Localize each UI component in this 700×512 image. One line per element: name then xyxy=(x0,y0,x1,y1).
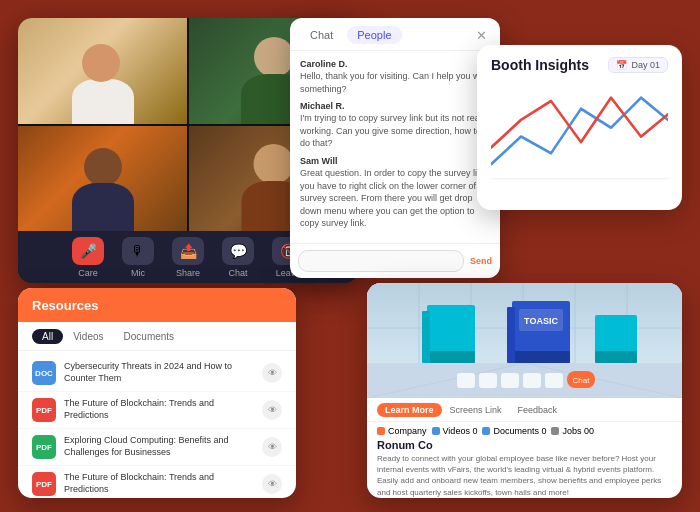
booth-info: Company Videos 0 Documents 0 Jobs 00 Ron… xyxy=(367,422,682,498)
filter-all[interactable]: All xyxy=(32,329,63,344)
resource-icon-4: PDF xyxy=(32,472,56,496)
video-cell-3 xyxy=(18,126,187,232)
chip-dot-docs xyxy=(482,427,490,435)
filter-videos[interactable]: Videos xyxy=(63,329,113,344)
chip-label-videos: Videos 0 xyxy=(443,426,478,436)
svg-rect-25 xyxy=(545,373,563,388)
tab-screens-link[interactable]: Screens Link xyxy=(442,403,510,417)
resources-list: DOC Cybersecurity Threats in 2024 and Ho… xyxy=(18,351,296,498)
svg-rect-15 xyxy=(512,351,570,363)
care-button[interactable]: 🎤 Care xyxy=(72,237,104,278)
chat-label: Chat xyxy=(228,268,247,278)
resource-icon-3: PDF xyxy=(32,435,56,459)
resource-item-1[interactable]: DOC Cybersecurity Threats in 2024 and Ho… xyxy=(18,355,296,392)
chat-panel: Chat People ✕ Caroline D. Hello, thank y… xyxy=(290,18,500,278)
day-label: Day 01 xyxy=(631,60,660,70)
svg-rect-16 xyxy=(507,307,515,363)
insights-title: Booth Insights xyxy=(491,57,589,73)
msg-name-1: Caroline D. xyxy=(300,59,490,69)
insights-header: Booth Insights 📅 Day 01 xyxy=(491,57,668,73)
mic-button[interactable]: 🎙 Mic xyxy=(122,237,154,278)
booth-panel: TOASIC Chat Learn More Screens Link Feed… xyxy=(367,283,682,498)
resource-eye-4[interactable]: 👁 xyxy=(262,474,282,494)
resources-header: Resources xyxy=(18,288,296,322)
resource-icon-2: PDF xyxy=(32,398,56,422)
booth-company-name: Ronum Co xyxy=(377,439,672,451)
booth-visual: TOASIC Chat xyxy=(367,283,682,398)
chat-footer: Send xyxy=(290,243,500,278)
chip-dot-videos xyxy=(432,427,440,435)
tab-people[interactable]: People xyxy=(347,26,401,44)
share-button[interactable]: 📤 Share xyxy=(172,237,204,278)
chat-messages: Caroline D. Hello, thank you for visitin… xyxy=(290,51,500,243)
tab-feedback[interactable]: Feedback xyxy=(510,403,566,417)
msg-text-2: I'm trying to to copy survey link but it… xyxy=(300,112,490,150)
close-button[interactable]: ✕ xyxy=(472,26,490,44)
booth-stands-svg: TOASIC Chat xyxy=(367,283,682,398)
day-badge: 📅 Day 01 xyxy=(608,57,668,73)
chat-message-2: Michael R. I'm trying to to copy survey … xyxy=(300,101,490,150)
chat-tabs: Chat People xyxy=(300,26,402,44)
svg-rect-13 xyxy=(422,311,430,363)
video-cell-1 xyxy=(18,18,187,124)
send-button[interactable]: Send xyxy=(470,256,492,266)
resources-title: Resources xyxy=(32,298,98,313)
resource-text-4: The Future of Blockchain: Trends and Pre… xyxy=(64,472,254,495)
filter-documents[interactable]: Documents xyxy=(114,329,185,344)
chip-label-jobs: Jobs 00 xyxy=(562,426,594,436)
resource-eye-2[interactable]: 👁 xyxy=(262,400,282,420)
svg-rect-24 xyxy=(523,373,541,388)
chip-jobs: Jobs 00 xyxy=(551,426,594,436)
resource-item-2[interactable]: PDF The Future of Blockchain: Trends and… xyxy=(18,392,296,429)
calendar-icon: 📅 xyxy=(616,60,627,70)
svg-rect-23 xyxy=(501,373,519,388)
tab-chat[interactable]: Chat xyxy=(300,26,343,44)
chip-dot-company xyxy=(377,427,385,435)
chat-icon: 💬 xyxy=(222,237,254,265)
svg-rect-21 xyxy=(457,373,475,388)
chat-input[interactable] xyxy=(298,250,464,272)
msg-text-3: Great question. In order to copy the sur… xyxy=(300,167,490,230)
booth-description: Ready to connect with your global employ… xyxy=(377,453,672,498)
care-icon: 🎤 xyxy=(72,237,104,265)
chip-documents: Documents 0 xyxy=(482,426,546,436)
resource-item-4[interactable]: PDF The Future of Blockchain: Trends and… xyxy=(18,466,296,498)
svg-rect-12 xyxy=(427,351,475,363)
resource-icon-1: DOC xyxy=(32,361,56,385)
resource-text-1: Cybersecurity Threats in 2024 and How to… xyxy=(64,361,254,384)
booth-insights-panel: Booth Insights 📅 Day 01 xyxy=(477,45,682,210)
mic-icon: 🎙 xyxy=(122,237,154,265)
care-label: Care xyxy=(78,268,98,278)
chip-label-company: Company xyxy=(388,426,427,436)
share-label: Share xyxy=(176,268,200,278)
resource-text-2: The Future of Blockchain: Trends and Pre… xyxy=(64,398,254,421)
chat-message-3: Sam Will Great question. In order to cop… xyxy=(300,156,490,230)
share-icon: 📤 xyxy=(172,237,204,265)
resource-item-3[interactable]: PDF Exploring Cloud Computing: Benefits … xyxy=(18,429,296,466)
chat-button[interactable]: 💬 Chat xyxy=(222,237,254,278)
resources-filter: All Videos Documents xyxy=(18,322,296,351)
msg-name-2: Michael R. xyxy=(300,101,490,111)
svg-text:TOASIC: TOASIC xyxy=(524,316,558,326)
chip-label-docs: Documents 0 xyxy=(493,426,546,436)
msg-name-3: Sam Will xyxy=(300,156,490,166)
svg-text:Chat: Chat xyxy=(573,376,591,385)
resource-eye-1[interactable]: 👁 xyxy=(262,363,282,383)
resources-panel: Resources All Videos Documents DOC Cyber… xyxy=(18,288,296,498)
svg-rect-18 xyxy=(595,351,637,363)
chip-company: Company xyxy=(377,426,427,436)
chip-dot-jobs xyxy=(551,427,559,435)
chat-message-1: Caroline D. Hello, thank you for visitin… xyxy=(300,59,490,95)
svg-rect-22 xyxy=(479,373,497,388)
mic-label: Mic xyxy=(131,268,145,278)
booth-company-chips: Company Videos 0 Documents 0 Jobs 00 xyxy=(377,426,672,436)
resource-text-3: Exploring Cloud Computing: Benefits and … xyxy=(64,435,254,458)
insights-chart xyxy=(491,81,668,181)
msg-text-1: Hello, thank you for visiting. Can I hel… xyxy=(300,70,490,95)
booth-tabs: Learn More Screens Link Feedback xyxy=(367,398,682,422)
chip-videos: Videos 0 xyxy=(432,426,478,436)
resource-eye-3[interactable]: 👁 xyxy=(262,437,282,457)
chat-header: Chat People ✕ xyxy=(290,18,500,51)
tab-learn-more[interactable]: Learn More xyxy=(377,403,442,417)
